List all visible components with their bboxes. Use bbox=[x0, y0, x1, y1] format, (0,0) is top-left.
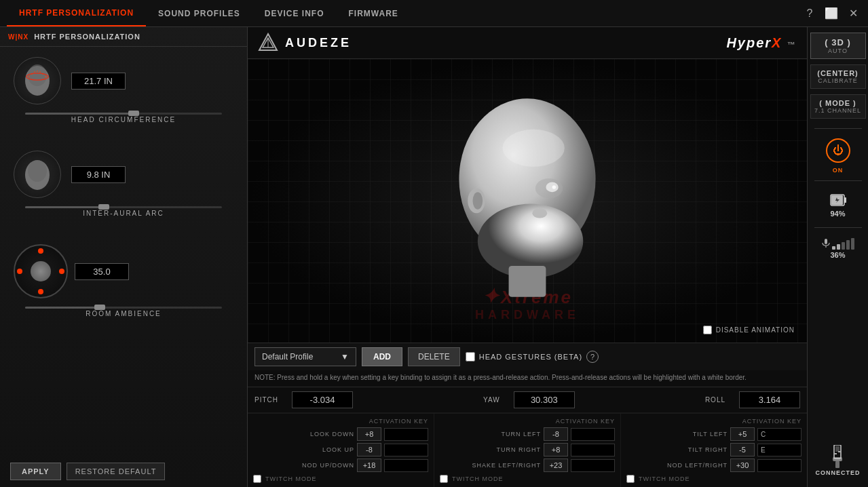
roll-gesture-col: ACTIVATION KEY TILT LEFT +5 TILT RIGHT -… bbox=[621, 414, 807, 487]
turn-right-label: TURN RIGHT bbox=[440, 446, 541, 453]
right-divider-1 bbox=[814, 128, 862, 129]
nav-firmware[interactable]: FIRMWARE bbox=[336, 0, 410, 26]
signal-bars bbox=[832, 237, 854, 250]
svg-rect-31 bbox=[835, 446, 839, 452]
svg-point-4 bbox=[34, 71, 35, 73]
room-ambience-slider[interactable] bbox=[25, 307, 222, 309]
right-divider-3 bbox=[814, 227, 862, 228]
head-circ-slider[interactable] bbox=[25, 113, 222, 115]
btn-mode[interactable]: ( MODE ) 7.1 CHANNEL bbox=[810, 94, 866, 119]
shake-lr-row: SHAKE LEFT/RIGHT +23 bbox=[440, 459, 615, 472]
head-circ-icon bbox=[14, 57, 61, 104]
svg-rect-35 bbox=[838, 451, 841, 452]
usb-section: CONNECTED bbox=[815, 445, 860, 482]
inter-aural-icon bbox=[14, 151, 61, 198]
roll-twitch-checkbox[interactable] bbox=[626, 475, 635, 483]
look-down-key-input[interactable] bbox=[384, 428, 428, 441]
pitch-twitch-row: TWITCH MODE bbox=[253, 475, 428, 483]
btn-3d[interactable]: ( 3D ) AUTO bbox=[810, 33, 866, 59]
nav-sound[interactable]: SOUND PROFILES bbox=[146, 0, 252, 26]
delete-profile-button[interactable]: DELETE bbox=[408, 347, 460, 366]
dial-dot-right bbox=[59, 269, 64, 274]
head-gestures-row: HEAD GESTURES (Beta) ? bbox=[466, 351, 599, 363]
gesture-controls: ACTIVATION KEY LOOK DOWN +8 LOOK UP -8 N… bbox=[248, 413, 807, 487]
roll-label: ROLL bbox=[705, 396, 725, 404]
turn-right-key-input[interactable] bbox=[571, 444, 615, 456]
nod-lr-row: NOD LEFT/RIGHT +30 bbox=[626, 459, 801, 472]
turn-left-row: TURN LEFT -8 bbox=[440, 427, 615, 441]
head-3d-model bbox=[426, 92, 629, 309]
inter-aural-slider[interactable] bbox=[25, 206, 222, 208]
pitch-input[interactable] bbox=[292, 391, 353, 408]
power-icon-symbol: ⏻ bbox=[833, 144, 844, 157]
head-circ-svg bbox=[22, 62, 52, 99]
tilt-right-key-input[interactable] bbox=[757, 444, 801, 456]
disable-anim-checkbox[interactable] bbox=[703, 326, 712, 334]
svg-point-17 bbox=[532, 208, 547, 218]
look-up-value: -8 bbox=[357, 443, 381, 456]
svg-rect-28 bbox=[825, 239, 827, 244]
svg-point-1 bbox=[28, 64, 47, 86]
pitch-label: PITCH bbox=[254, 396, 278, 404]
room-ambience-item: 35.0 bbox=[14, 244, 233, 298]
window-icon[interactable]: ⬜ bbox=[823, 5, 839, 22]
roll-input[interactable] bbox=[739, 391, 800, 408]
signal-bar-5 bbox=[851, 238, 854, 250]
yaw-twitch-checkbox[interactable] bbox=[440, 475, 448, 483]
head-gestures-label: HEAD GESTURES (Beta) bbox=[479, 353, 582, 361]
profile-dropdown[interactable]: Default Profile ▼ bbox=[254, 347, 356, 366]
head-circ-label: HEAD CIRCUMFERENCE bbox=[71, 116, 176, 123]
nav-device[interactable]: DEVICE INFO bbox=[252, 0, 337, 26]
nod-lr-label: NOD LEFT/RIGHT bbox=[626, 462, 728, 469]
head-gestures-info-icon[interactable]: ? bbox=[586, 351, 599, 363]
left-panel: W|NX HRTF PERSONALIZATION bbox=[0, 27, 248, 487]
dial-dot-top bbox=[38, 248, 43, 254]
right-panel: ( 3D ) AUTO (CENTER) CALIBRATE ( MODE ) … bbox=[807, 27, 868, 487]
add-profile-button[interactable]: ADD bbox=[362, 347, 402, 366]
window-controls: ? ⬜ ✕ bbox=[801, 5, 861, 22]
close-icon[interactable]: ✕ bbox=[845, 5, 861, 22]
pitch-gesture-col: ACTIVATION KEY LOOK DOWN +8 LOOK UP -8 N… bbox=[248, 414, 434, 487]
apply-button[interactable]: APPLY bbox=[10, 463, 61, 480]
nav-hrtf[interactable]: HRTF PERSONALIZATION bbox=[7, 0, 146, 26]
inter-aural-section: 9.8 IN INTER-AURAL ARC bbox=[0, 140, 247, 234]
left-header: W|NX HRTF PERSONALIZATION bbox=[0, 27, 247, 47]
help-icon[interactable]: ? bbox=[801, 5, 818, 22]
tilt-right-label: TILT RIGHT bbox=[626, 446, 728, 453]
profile-toolbar: Default Profile ▼ ADD DELETE HEAD GESTUR… bbox=[248, 343, 807, 370]
tilt-right-row: TILT RIGHT -5 bbox=[626, 443, 801, 456]
tilt-left-key-input[interactable] bbox=[757, 428, 801, 441]
turn-right-value: +8 bbox=[544, 443, 568, 456]
room-ambience-dial[interactable] bbox=[14, 244, 68, 298]
power-button[interactable]: ⏻ bbox=[826, 138, 850, 163]
tilt-left-label: TILT LEFT bbox=[626, 431, 728, 437]
roll-activation-key-header: ACTIVATION KEY bbox=[626, 418, 801, 425]
svg-point-6 bbox=[39, 71, 41, 73]
look-up-row: LOOK UP -8 bbox=[253, 443, 428, 456]
inter-aural-svg bbox=[22, 156, 52, 193]
pyr-row: PITCH YAW ROLL bbox=[248, 387, 807, 413]
head-circ-value: 21.7 IN bbox=[71, 73, 126, 90]
pitch-twitch-checkbox[interactable] bbox=[253, 475, 261, 483]
head-gestures-checkbox[interactable] bbox=[466, 352, 475, 362]
btn-center[interactable]: (CENTER) CALIBRATE bbox=[810, 64, 866, 89]
room-ambience-label: ROOM AMBIENCE bbox=[86, 310, 162, 317]
yaw-input[interactable] bbox=[514, 391, 575, 408]
restore-default-button[interactable]: RESTORE DEFAULT bbox=[67, 463, 166, 480]
center-panel: AUDEZE HyperX ™ bbox=[248, 27, 807, 487]
roll-twitch-row: TWITCH MODE bbox=[626, 475, 801, 483]
tilt-left-value: +5 bbox=[730, 427, 755, 441]
nod-updown-label: NOD UP/DOWN bbox=[253, 462, 354, 469]
nod-lr-key-input[interactable] bbox=[757, 459, 801, 472]
signal-bar-3 bbox=[842, 242, 845, 250]
nod-updown-key-input[interactable] bbox=[384, 459, 428, 472]
turn-left-label: TURN LEFT bbox=[440, 431, 541, 437]
look-down-value: +8 bbox=[357, 427, 381, 441]
bottom-buttons: APPLY RESTORE DEFAULT bbox=[0, 456, 247, 487]
shake-lr-key-input[interactable] bbox=[571, 459, 615, 472]
turn-left-key-input[interactable] bbox=[571, 428, 615, 441]
inter-aural-label: INTER-AURAL ARC bbox=[83, 210, 164, 217]
svg-point-20 bbox=[552, 185, 556, 189]
look-up-key-input[interactable] bbox=[384, 444, 428, 456]
roll-twitch-label: TWITCH MODE bbox=[639, 475, 690, 482]
